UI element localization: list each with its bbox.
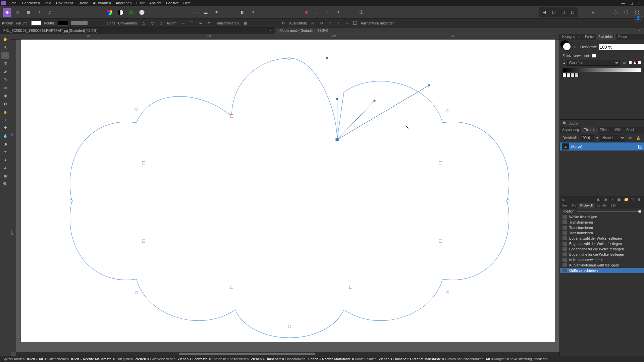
account-icon[interactable]: 👤 xyxy=(635,14,642,21)
document-tab-2[interactable]: <Unbenannt> [Geändert] (86.9%) × xyxy=(275,27,644,34)
convert-sharp-icon[interactable]: △ xyxy=(141,20,147,26)
transform-grid-icon[interactable]: ⊞ xyxy=(242,20,248,26)
menu-fenster[interactable]: Fenster xyxy=(166,1,178,5)
crop-tool-icon[interactable]: ◫ xyxy=(1,60,9,67)
layer-opacity-input[interactable] xyxy=(580,135,594,140)
action-smooth-icon[interactable]: ∿ xyxy=(198,20,204,26)
tab-pinsel[interactable]: Pinsel xyxy=(616,34,630,40)
tab-stile[interactable]: Stile xyxy=(612,127,624,133)
shape-tool-icon[interactable]: ● xyxy=(1,156,9,164)
history-item[interactable]: Transformieren xyxy=(560,225,644,230)
tab-effekte[interactable]: Effekte xyxy=(598,127,613,133)
history-item[interactable]: Transformieren xyxy=(560,230,644,236)
history-item[interactable]: Transformieren xyxy=(560,220,644,225)
quickmask-icon[interactable]: ◧ xyxy=(238,8,247,17)
convert-smooth-icon[interactable]: ▽ xyxy=(149,20,155,26)
layers-adjust-icon[interactable]: ◑ xyxy=(604,197,608,202)
transform-rotate-icon[interactable]: ⟳ xyxy=(280,20,286,26)
eyedropper-icon[interactable]: ✎ xyxy=(573,45,576,49)
marquee-tool-icon[interactable]: ▭ xyxy=(1,84,9,91)
maximize-button[interactable]: ▢ xyxy=(628,1,635,5)
nav-box1-icon[interactable]: ▢ xyxy=(549,8,558,17)
pen-tool-icon[interactable]: ✒ xyxy=(1,148,9,156)
align-v1-icon[interactable]: ↕ xyxy=(336,20,342,26)
menu-filter[interactable]: Filter xyxy=(137,1,145,5)
canvas-viewport[interactable]: ↖ xyxy=(16,40,559,352)
tab2-close-icon[interactable]: × xyxy=(638,29,640,33)
menu-dokument[interactable]: Dokument xyxy=(56,1,73,5)
layer-opacity-dropdown-icon[interactable]: ▾ xyxy=(596,136,598,140)
assistant-icon[interactable]: ⓘ xyxy=(357,8,366,17)
layers-delete-icon[interactable]: 🗑 xyxy=(637,197,642,202)
layer-lock-icon[interactable]: 🔒 xyxy=(635,135,641,141)
palette-select[interactable]: Grautöne xyxy=(567,60,620,66)
persona-tone-icon[interactable]: ⦀ xyxy=(35,8,44,17)
brush-tool-icon[interactable]: 🖌 xyxy=(1,68,9,75)
tab-ebenen[interactable]: Ebenen xyxy=(581,127,597,133)
align-h2-icon[interactable]: ⟲ xyxy=(318,20,324,26)
quickmask-dropdown-icon[interactable]: ▾ xyxy=(249,8,258,17)
stroke-style-preview[interactable] xyxy=(71,21,104,25)
persona-photo-icon[interactable]: ◆ xyxy=(3,8,11,17)
rgb-chooser-icon[interactable] xyxy=(127,8,136,17)
persona-develop-icon[interactable]: ▦ xyxy=(24,8,33,17)
foreground-color-well[interactable] xyxy=(562,42,571,51)
menu-auswaehlen[interactable]: Auswählen xyxy=(93,1,111,5)
menu-text[interactable]: Text xyxy=(45,1,51,5)
history-item[interactable]: In Kurven umwandeln xyxy=(560,257,644,262)
palette-add-none[interactable] xyxy=(633,61,637,64)
greyscale-swatches[interactable] xyxy=(562,73,641,77)
tab1-close-icon[interactable]: × xyxy=(269,29,271,33)
document-tab-1[interactable]: PXL_20230105_140800269.PORTRAIT.jpg [Geä… xyxy=(0,27,275,34)
circle2-icon[interactable]: ◯ xyxy=(622,8,631,17)
menu-ansicht[interactable]: Ansicht xyxy=(149,1,161,5)
tab-farbe[interactable]: Farbe xyxy=(583,34,596,40)
stroke-width-value[interactable]: Ohne xyxy=(107,21,116,25)
tab-stock[interactable]: Stock xyxy=(624,127,637,133)
cloud-curve-shape[interactable] xyxy=(21,40,555,342)
menu-bearbeiten[interactable]: Bearbeiten xyxy=(22,1,40,5)
menu-ebene[interactable]: Ebene xyxy=(77,1,88,5)
blend-mode-select[interactable]: Normal xyxy=(600,135,625,141)
clone-tool-icon[interactable]: ⌖ xyxy=(1,116,9,123)
smudge-tool-icon[interactable]: ☝ xyxy=(1,108,9,115)
palette-grid-icon[interactable]: ⊞ xyxy=(621,60,627,66)
align-h3-icon[interactable]: ⤡ xyxy=(327,20,333,26)
nav-box2-icon[interactable]: ▢ xyxy=(559,8,568,17)
menu-anordnen[interactable]: Anordnen xyxy=(116,1,132,5)
layer-fx-icon[interactable]: ⚙ xyxy=(627,135,633,141)
action-break-icon[interactable]: ⊹ xyxy=(180,20,186,26)
mesh-tool-icon[interactable]: ⊞ xyxy=(1,172,9,180)
history-item-selected[interactable]: Griffe verschieben xyxy=(560,268,644,273)
layers-fx-icon[interactable]: fx xyxy=(610,197,615,202)
circle1-icon[interactable]: ◯ xyxy=(611,8,620,17)
palette-add-white[interactable] xyxy=(629,61,632,64)
dodge-tool-icon[interactable]: ◑ xyxy=(1,140,9,147)
tab-anpassung[interactable]: Anpassung xyxy=(560,127,581,133)
opacity-input[interactable] xyxy=(599,44,644,50)
tab-32v[interactable]: 32V xyxy=(608,203,618,208)
overlay-chooser-icon[interactable] xyxy=(138,8,146,17)
history-item[interactable]: Bogenhöhe für die Wolke festlegen xyxy=(560,246,644,252)
close-window-button[interactable]: ✕ xyxy=(636,1,643,5)
snap-icon[interactable]: ✎ xyxy=(323,8,332,17)
layers-folder-icon[interactable]: 📁 xyxy=(624,197,629,202)
persona-export-icon[interactable]: ⤴ xyxy=(46,8,54,17)
history-item[interactable]: Wolke hinzufügen xyxy=(560,214,644,220)
minimize-button[interactable]: — xyxy=(620,1,627,5)
show-alignment-checkbox[interactable] xyxy=(353,21,357,25)
node-tool-icon[interactable]: ▷ xyxy=(1,52,9,59)
action-reverse-icon[interactable]: ↺ xyxy=(206,20,212,26)
history-item[interactable]: Bogenhöhe für die Wolke festlegen xyxy=(560,252,644,257)
layers-add-icon[interactable]: ▢ xyxy=(631,197,635,202)
layers-footer-group-icon[interactable]: ▭ xyxy=(562,197,567,202)
tab-nav[interactable]: Nav xyxy=(560,203,570,208)
zoom-tool-icon[interactable]: 🔍 xyxy=(1,180,9,188)
tab-protokoll[interactable]: Protokoll xyxy=(578,203,595,208)
fill-swatch[interactable] xyxy=(31,21,41,25)
menu-datei[interactable]: Datei xyxy=(9,1,17,5)
history-position-slider[interactable] xyxy=(577,211,641,212)
layer-visibility-checkbox[interactable] xyxy=(638,145,642,148)
menu-hilfe[interactable]: Hilfe xyxy=(183,1,191,5)
color-chooser-icon[interactable] xyxy=(105,8,114,17)
